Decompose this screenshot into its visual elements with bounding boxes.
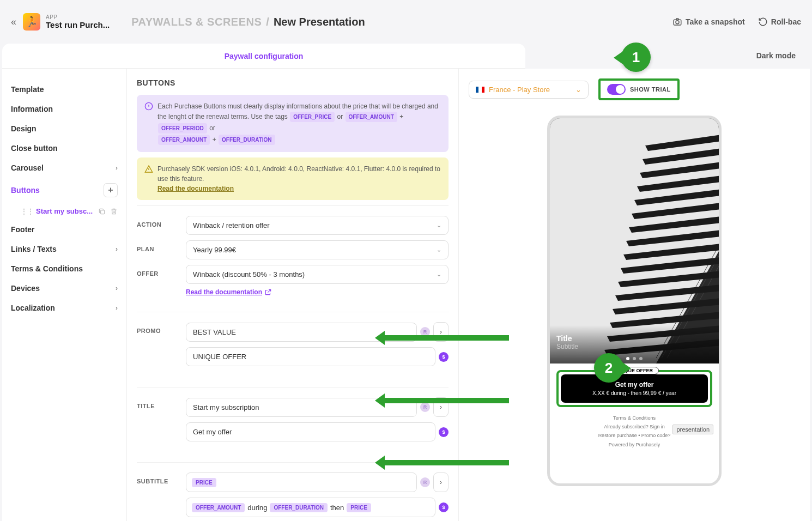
offer-select[interactable]: Winback (discount 50% - 3 months) ⌄ <box>186 265 449 284</box>
title-input-2[interactable]: Get my offer <box>186 422 435 441</box>
tag-offer-amount: OFFER_AMOUNT <box>346 112 397 122</box>
preview-subtitle: Subtitle <box>556 343 578 350</box>
s-badge: $ <box>439 352 449 362</box>
external-link-icon <box>264 288 272 296</box>
tag-offer-price: OFFER_PRICE <box>290 112 335 122</box>
chevron-down-icon: ⌄ <box>575 86 581 94</box>
offer-box: UNIQUE OFFER Get my offer X,XX € during … <box>556 370 712 407</box>
chevron-right-icon: › <box>116 164 118 172</box>
plan-select[interactable]: Yearly 99.99€ ⌄ <box>186 240 449 259</box>
sidebar-item-design[interactable]: Design <box>11 119 118 138</box>
subtitle-label: SUBTITLE <box>137 472 186 484</box>
sidebar-item-information[interactable]: Information <box>11 99 118 119</box>
trash-icon[interactable] <box>110 208 118 215</box>
offer-label: OFFER <box>137 265 186 277</box>
tag-offer-duration: OFFER_DURATION <box>219 135 275 145</box>
camera-icon <box>672 17 682 27</box>
doc-link[interactable]: Read the documentation <box>186 288 272 296</box>
country-select[interactable]: France - Play Store ⌄ <box>469 81 589 99</box>
terms-link[interactable]: Terms & Conditions <box>550 414 719 422</box>
copy-icon[interactable] <box>98 208 106 215</box>
drag-handle-icon[interactable]: ⋮⋮ <box>21 208 34 215</box>
title-label: TITLE <box>137 397 186 409</box>
offer-title: Get my offer <box>567 381 701 389</box>
chevron-right-icon: › <box>116 245 118 253</box>
sidebar-item-links-texts[interactable]: Links / Texts› <box>11 239 118 259</box>
preview-panel: France - Play Store ⌄ SHOW TRIAL <box>459 69 810 521</box>
tab-paywall-config[interactable]: Paywall configuration <box>225 52 304 60</box>
svg-point-1 <box>676 21 679 24</box>
sidebar-sub-button[interactable]: ⋮⋮ Start my subsc... <box>11 203 118 220</box>
sidebar-sub-label: Start my subsc... <box>36 207 93 215</box>
s-badge: $ <box>439 502 449 512</box>
sidebar-item-buttons[interactable]: Buttons+ <box>11 178 118 203</box>
chevron-down-icon: ⌄ <box>437 246 441 253</box>
app-name: Test run Purch... <box>46 20 110 29</box>
subtitle-input-1[interactable]: PRICE <box>186 472 417 492</box>
app-info[interactable]: APP Test run Purch... <box>46 14 110 29</box>
chevron-right-icon: › <box>116 304 118 312</box>
warning-alert: Purchasely SDK version iOS: 4.0.1, Andro… <box>137 157 449 200</box>
sidebar-item-localization[interactable]: Localization› <box>11 298 118 318</box>
sidebar-item-devices[interactable]: Devices› <box>11 278 118 298</box>
preview-image: Title Subtitle <box>550 118 719 364</box>
breadcrumb-parent[interactable]: PAYWALLS & SCREENS <box>131 16 262 28</box>
promo-input-2[interactable]: UNIQUE OFFER <box>186 347 435 366</box>
arrow-annotation <box>384 398 509 403</box>
expand-button[interactable]: › <box>433 472 449 492</box>
sidebar-item-carousel[interactable]: Carousel› <box>11 158 118 178</box>
arrow-annotation <box>384 460 509 465</box>
chevron-down-icon: ⌄ <box>437 271 441 278</box>
show-trial-label: SHOW TRIAL <box>630 86 671 93</box>
plan-label: PLAN <box>137 240 186 252</box>
flag-icon <box>476 87 484 93</box>
offer-button[interactable]: Get my offer X,XX € during - then 99,99 … <box>561 374 708 403</box>
snapshot-label: Take a snapshot <box>686 17 745 26</box>
show-trial-toggle[interactable] <box>607 84 626 95</box>
arrow-annotation <box>384 335 509 341</box>
tab-bar: Paywall configuration <box>2 44 525 69</box>
chevron-right-icon: › <box>116 284 118 292</box>
app-icon: 🏃 <box>23 13 40 31</box>
subtitle-input-2[interactable]: OFFER_AMOUNT during OFFER_DURATION then … <box>186 498 435 517</box>
r-badge: R <box>420 402 430 412</box>
breadcrumb-separator: / <box>266 16 269 28</box>
tag-offer-amount: OFFER_AMOUNT <box>158 135 210 145</box>
dark-mode-toggle[interactable]: Dark mode <box>756 51 796 60</box>
warning-icon <box>144 165 153 173</box>
s-badge: $ <box>439 427 449 437</box>
content-panel: BUTTONS Each Purchase Buttons must clear… <box>126 69 459 521</box>
carousel-dots <box>626 357 643 360</box>
action-select[interactable]: Winback / retention offer ⌄ <box>186 216 449 235</box>
collapse-sidebar-icon[interactable]: « <box>11 16 16 28</box>
callout-1: 1 <box>621 43 651 72</box>
sidebar-item-footer[interactable]: Footer <box>11 220 118 239</box>
app-label: APP <box>46 14 110 20</box>
powered-by: Powered by Purchasely <box>550 440 719 449</box>
sidebar-item-terms[interactable]: Terms & Conditions <box>11 259 118 278</box>
breadcrumb-current: New Presentation <box>274 16 365 28</box>
doc-link[interactable]: Read the documentation <box>157 185 234 192</box>
callout-2: 2 <box>594 353 623 383</box>
sidebar-item-close-button[interactable]: Close button <box>11 138 118 158</box>
sidebar-item-template[interactable]: Template <box>11 80 118 99</box>
rollback-label: Roll-bac <box>771 17 801 26</box>
r-badge: R <box>420 477 430 487</box>
tooltip: presentation <box>672 425 713 434</box>
chevron-down-icon: ⌄ <box>437 222 441 229</box>
add-button-icon[interactable]: + <box>104 183 118 197</box>
rollback-button[interactable]: Roll-bac <box>758 17 801 27</box>
offer-duration-tag: OFFER_DURATION <box>270 503 327 512</box>
preview-title: Title <box>556 334 578 343</box>
phone-preview: Title Subtitle UNIQUE OFFER Get my offer… <box>547 116 722 486</box>
show-trial-control: SHOW TRIAL <box>598 78 680 100</box>
svg-rect-2 <box>101 210 105 214</box>
rollback-icon <box>758 17 768 27</box>
action-label: ACTION <box>137 216 186 228</box>
offer-subtitle: X,XX € during - then 99,99 € / year <box>567 390 701 396</box>
price-tag: PRICE <box>192 478 216 487</box>
snapshot-button[interactable]: Take a snapshot <box>672 17 745 27</box>
breadcrumb: PAYWALLS & SCREENS / New Presentation <box>131 16 365 28</box>
info-icon <box>144 102 153 111</box>
sidebar: Template Information Design Close button… <box>2 69 126 521</box>
